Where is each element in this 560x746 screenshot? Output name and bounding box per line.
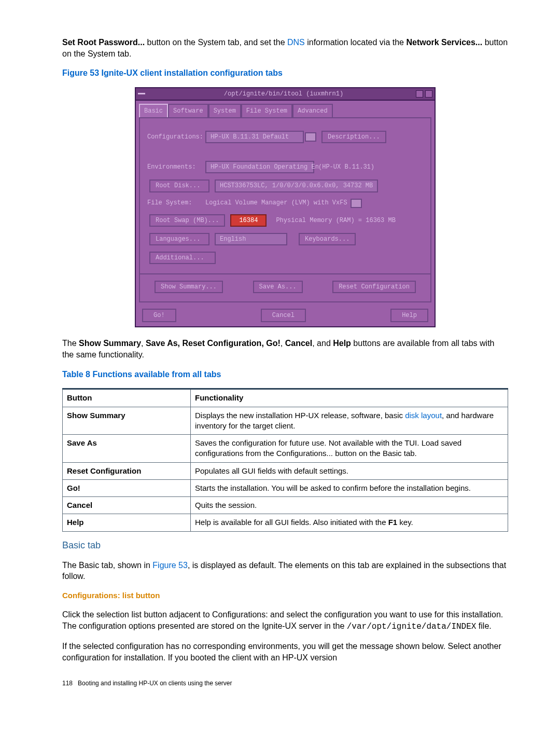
index-path-code: /var/opt/ignite/data/INDEX (347, 622, 477, 631)
window-title: /opt/ignite/bin/itool (iuxmhrn1) (151, 90, 416, 98)
window-menu-icon[interactable] (138, 93, 145, 94)
root-disk-button[interactable]: Root Disk... (149, 179, 209, 192)
environments-value[interactable]: HP-UX Foundation Operating En (205, 161, 314, 173)
save-as-button[interactable]: Save As... (253, 281, 303, 293)
table-row: Save As Saves the configuration for futu… (63, 435, 508, 463)
root-swap-value[interactable]: 16384 (230, 214, 267, 227)
show-summary-button[interactable]: Show Summary... (155, 281, 223, 293)
keyboards-button[interactable]: Keyboards... (299, 233, 356, 245)
window-titlebar: /opt/ignite/bin/itool (iuxmhrn1) (136, 88, 435, 101)
root-disk-value: HCST336753LC, 1/0/0/3/0.0x6.0x0, 34732 M… (215, 179, 378, 192)
table-row: Reset Configuration Populates all GUI fi… (63, 462, 508, 479)
figure-53-link[interactable]: Figure 53 (152, 561, 188, 570)
table-8: Button Functionality Show Summary Displa… (62, 388, 508, 531)
table-8-header-button: Button (63, 389, 191, 407)
physical-memory-label: Physical Memory (RAM) = 16363 MB (276, 216, 395, 225)
table-row: Help Help is available for all GUI field… (63, 514, 508, 531)
configurations-paragraph-1: Click the selection list button adjacent… (62, 609, 508, 632)
configurations-label: Configurations: (147, 133, 205, 141)
basic-tab-pane: Configurations: HP-UX B.11.31 Default De… (139, 117, 431, 302)
environments-label: Environments: (147, 163, 205, 171)
configurations-list-button-heading: Configurations: list button (62, 590, 508, 601)
basic-tab-paragraph: The Basic tab, shown in Figure 53, is di… (62, 560, 508, 582)
table-row: Show Summary Displays the new installati… (63, 407, 508, 435)
tab-system[interactable]: System (208, 104, 241, 117)
description-button[interactable]: Description... (321, 131, 386, 143)
root-swap-button[interactable]: Root Swap (MB)... (149, 214, 225, 227)
languages-value: English (215, 233, 287, 245)
go-button[interactable]: Go! (142, 309, 176, 322)
page-footer: 118 Booting and installing HP-UX on clie… (62, 679, 508, 687)
set-root-password-label: Set Root Password... (62, 38, 145, 47)
after-figure-paragraph: The Show Summary, Save As, Reset Configu… (62, 338, 508, 360)
additional-button[interactable]: Additional... (149, 252, 216, 264)
tab-file-system[interactable]: File System (241, 104, 292, 117)
basic-tab-heading: Basic tab (62, 539, 508, 551)
disk-layout-link[interactable]: disk layout (405, 411, 442, 420)
table-8-caption: Table 8 Functions available from all tab… (62, 369, 508, 380)
configurations-dropdown-icon[interactable] (305, 132, 316, 142)
network-services-label: Network Services... (406, 38, 482, 47)
configurations-paragraph-2: If the selected configuration has no cor… (62, 641, 508, 663)
table-row: Go! Starts the installation. You will be… (63, 479, 508, 496)
help-button[interactable]: Help (390, 309, 428, 322)
window-max-icon[interactable] (425, 90, 432, 98)
tab-strip: Basic Software System File System Advanc… (139, 104, 431, 117)
environments-note: (HP-UX B.11.31) (318, 163, 374, 171)
table-row: Cancel Quits the session. (63, 497, 508, 514)
dialog-bottom-bar: Go! Cancel Help (136, 307, 435, 326)
dns-link[interactable]: DNS (287, 38, 305, 47)
tab-advanced[interactable]: Advanced (292, 104, 333, 117)
table-8-header-functionality: Functionality (191, 389, 508, 407)
languages-button[interactable]: Languages... (149, 233, 209, 245)
window-min-icon[interactable] (416, 90, 423, 98)
separator (140, 273, 430, 274)
footer-chapter-title: Booting and installing HP-UX on clients … (78, 680, 232, 687)
configurations-value[interactable]: HP-UX B.11.31 Default (205, 131, 304, 143)
tab-basic[interactable]: Basic (139, 104, 168, 117)
file-system-dropdown-icon[interactable] (351, 199, 362, 208)
tab-software[interactable]: Software (168, 104, 208, 117)
file-system-value: Logical Volume Manager (LVM) with VxFS (205, 199, 347, 207)
file-system-label: File System: (147, 199, 205, 207)
cancel-button[interactable]: Cancel (261, 309, 306, 322)
page-number: 118 (62, 680, 73, 687)
reset-configuration-button[interactable]: Reset Configuration (332, 281, 416, 293)
figure-53-caption: Figure 53 Ignite-UX client installation … (62, 67, 508, 79)
intro-paragraph: Set Root Password... button on the Syste… (62, 37, 508, 59)
ignite-ux-screenshot: /opt/ignite/bin/itool (iuxmhrn1) Basic S… (135, 87, 436, 328)
